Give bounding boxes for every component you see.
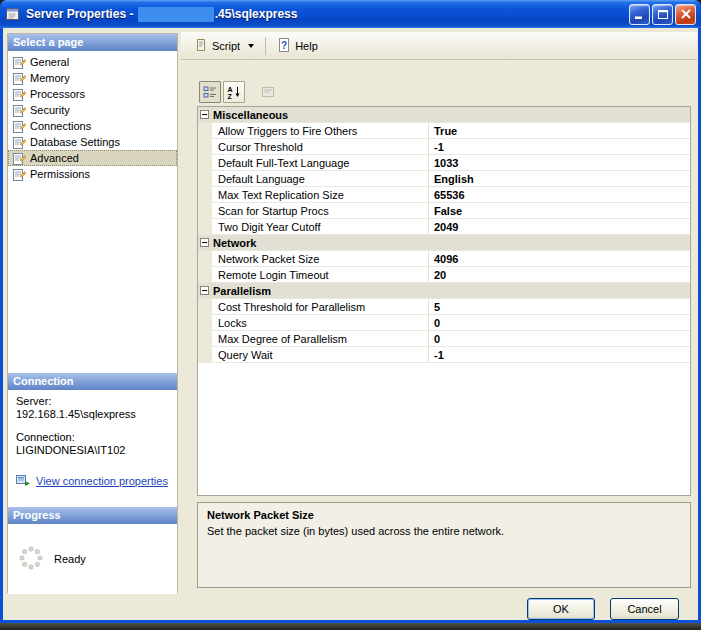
sidebar-item-label: Processors [30, 88, 85, 100]
sidebar-item-permissions[interactable]: Permissions [8, 166, 177, 182]
property-row[interactable]: Max Text Replication Size 65536 [198, 187, 690, 203]
minimize-icon [635, 10, 645, 19]
property-row[interactable]: Allow Triggers to Fire Others True [198, 123, 690, 139]
property-row[interactable]: Locks 0 [198, 315, 690, 331]
property-row[interactable]: Cost Threshold for Parallelism 5 [198, 299, 690, 315]
property-value[interactable]: -1 [429, 347, 690, 362]
property-description-panel: Network Packet Size Set the packet size … [197, 502, 691, 588]
page-icon [13, 136, 26, 149]
maximize-button[interactable] [652, 4, 673, 25]
sidebar-item-processors[interactable]: Processors [8, 86, 177, 102]
property-value[interactable]: -1 [429, 139, 690, 154]
property-value[interactable]: 4096 [429, 251, 690, 266]
property-value[interactable]: 2049 [429, 219, 690, 234]
category-row-network[interactable]: Network [198, 235, 690, 251]
property-label: Query Wait [212, 347, 429, 362]
property-value[interactable]: 1033 [429, 155, 690, 170]
category-row-parallelism[interactable]: Parallelism [198, 283, 690, 299]
sidebar-item-database-settings[interactable]: Database Settings [8, 134, 177, 150]
categorized-icon [203, 85, 217, 99]
server-properties-window: Server Properties - .45\sqlexpress Selec… [0, 0, 701, 623]
property-pages-button [257, 81, 279, 103]
property-value[interactable]: English [429, 171, 690, 186]
connection-label: Connection: [16, 431, 169, 444]
page-list: General Memory Processors Security [8, 51, 177, 373]
row-margin [198, 315, 212, 330]
category-row-miscellaneous[interactable]: Miscellaneous [198, 107, 690, 123]
alphabetical-button[interactable]: AZ [223, 81, 245, 103]
category-label: Miscellaneous [209, 109, 288, 121]
row-margin [198, 123, 212, 138]
page-icon [13, 88, 26, 101]
row-margin [198, 219, 212, 234]
connection-value: LIGINDONESIA\IT102 [16, 444, 169, 457]
property-value[interactable]: 0 [429, 315, 690, 330]
minimize-button[interactable] [629, 4, 650, 25]
collapse-icon[interactable] [200, 110, 209, 119]
collapse-icon[interactable] [200, 286, 209, 295]
property-grid: Miscellaneous Allow Triggers to Fire Oth… [197, 106, 691, 496]
property-row[interactable]: Query Wait -1 [198, 347, 690, 363]
property-value[interactable]: 5 [429, 299, 690, 314]
property-row[interactable]: Default Language English [198, 171, 690, 187]
property-row[interactable]: Network Packet Size 4096 [198, 251, 690, 267]
property-row[interactable]: Two Digit Year Cutoff 2049 [198, 219, 690, 235]
sidebar-item-advanced[interactable]: Advanced [8, 150, 177, 166]
property-value[interactable]: True [429, 123, 690, 138]
property-label: Locks [212, 315, 429, 330]
property-label: Max Text Replication Size [212, 187, 429, 202]
property-value[interactable]: False [429, 203, 690, 218]
collapse-icon[interactable] [200, 238, 209, 247]
property-label: Scan for Startup Procs [212, 203, 429, 218]
property-row[interactable]: Default Full-Text Language 1033 [198, 155, 690, 171]
close-button[interactable] [675, 4, 696, 25]
script-icon [194, 38, 208, 54]
sidebar-item-label: General [30, 56, 69, 68]
sidebar-item-connections[interactable]: Connections [8, 118, 177, 134]
sidebar-item-security[interactable]: Security [8, 102, 177, 118]
page-icon [13, 168, 26, 181]
view-connection-properties-icon [16, 473, 31, 489]
property-row[interactable]: Max Degree of Parallelism 0 [198, 331, 690, 347]
property-row[interactable]: Remote Login Timeout 20 [198, 267, 690, 283]
help-button[interactable]: ? Help [270, 34, 325, 58]
server-value: 192.168.1.45\sqlexpress [16, 408, 169, 421]
row-margin [198, 155, 212, 170]
sidebar-item-label: Security [30, 104, 70, 116]
titlebar[interactable]: Server Properties - .45\sqlexpress [0, 0, 701, 28]
property-pages-icon [261, 85, 275, 99]
property-label: Network Packet Size [212, 251, 429, 266]
svg-text:?: ? [281, 39, 287, 50]
connection-panel: Server: 192.168.1.45\sqlexpress Connecti… [8, 390, 177, 507]
ok-button[interactable]: OK [527, 598, 595, 620]
server-label: Server: [16, 395, 169, 408]
script-button[interactable]: Script [187, 34, 261, 58]
categorized-button[interactable] [199, 81, 221, 103]
property-value[interactable]: 65536 [429, 187, 690, 202]
help-icon: ? [277, 38, 291, 54]
cancel-button[interactable]: Cancel [610, 598, 679, 620]
sidebar-item-general[interactable]: General [8, 54, 177, 70]
row-margin [198, 187, 212, 202]
property-label: Cost Threshold for Parallelism [212, 299, 429, 314]
row-margin [198, 139, 212, 154]
property-value[interactable]: 20 [429, 267, 690, 282]
view-connection-properties-link[interactable]: View connection properties [36, 475, 168, 488]
property-value[interactable]: 0 [429, 331, 690, 346]
sidebar-item-memory[interactable]: Memory [8, 70, 177, 86]
title-redacted-highlight [138, 7, 214, 22]
progress-header: Progress [8, 507, 177, 524]
close-icon [681, 9, 691, 19]
row-margin [198, 267, 212, 282]
progress-status: Ready [54, 553, 86, 565]
page-icon [13, 56, 26, 69]
property-row[interactable]: Cursor Threshold -1 [198, 139, 690, 155]
sidebar-item-label: Advanced [30, 152, 79, 164]
property-label: Max Degree of Parallelism [212, 331, 429, 346]
description-text: Set the packet size (in bytes) used acro… [207, 525, 681, 537]
dropdown-arrow-icon[interactable] [248, 44, 254, 51]
window-icon [6, 7, 22, 22]
page-icon [13, 104, 26, 117]
property-row[interactable]: Scan for Startup Procs False [198, 203, 690, 219]
background-window-edge [0, 623, 701, 630]
